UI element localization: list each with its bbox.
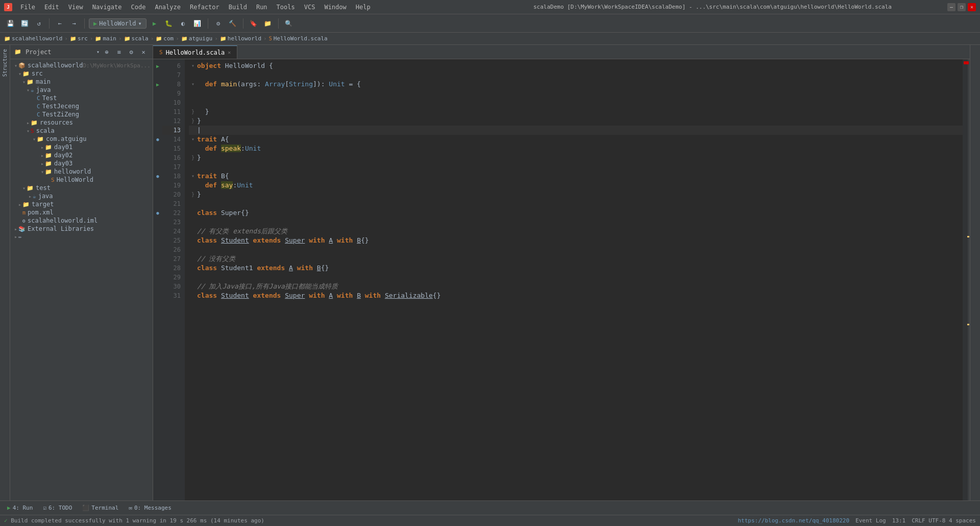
code-content[interactable]: ▾ object HelloWorld { ▾ def main(args: A… (185, 59, 963, 500)
menu-tools[interactable]: Tools (273, 3, 299, 12)
tree-item-day03[interactable]: ▸ 📁 day03 (10, 159, 153, 168)
tree-item-test-java[interactable]: ▸ ☕ java (10, 192, 153, 200)
tree-item-scala[interactable]: ▾ S scala (10, 127, 153, 135)
tab-close-button[interactable]: ✕ (228, 50, 231, 55)
menu-help[interactable]: Help (352, 3, 375, 12)
menu-edit[interactable]: Edit (40, 3, 63, 12)
run-tab[interactable]: ▶ 4: Run (4, 504, 36, 512)
tree-item-iml[interactable]: ⚙ scalahelloworld.iml (10, 217, 153, 225)
back-button[interactable]: ← (54, 17, 66, 30)
toolbar: 💾 🔄 ↺ ← → ▶ HelloWorld ▾ ▶ 🐛 ◐ 📊 ⚙ 🔨 🔖 📁… (0, 14, 980, 33)
expand-arrow-icon: ▸ (29, 194, 32, 199)
toolbar-separator-3 (208, 18, 208, 29)
tree-item-test[interactable]: C Test (10, 94, 153, 102)
breadcrumb-helloworld[interactable]: 📁 helloworld (220, 35, 261, 42)
fold-icon[interactable]: } (189, 190, 197, 199)
error-indicator (964, 61, 969, 64)
tree-item-external-libs[interactable]: ▸ 📚 External Libraries (10, 225, 153, 233)
breadcrumb-root[interactable]: 📁 scalahelloworld (4, 35, 62, 42)
tree-item-target[interactable]: ▸ 📁 target (10, 200, 153, 208)
bookmark-button[interactable]: 🔖 (248, 17, 260, 30)
maximize-button[interactable]: ❐ (958, 3, 966, 11)
close-panel-button[interactable]: ✕ (138, 47, 149, 57)
tree-item-java[interactable]: ▾ ☕ java (10, 86, 153, 94)
settings-button[interactable]: ⚙ (126, 47, 136, 57)
menu-run[interactable]: Run (252, 3, 272, 12)
menu-navigate[interactable]: Navigate (88, 3, 126, 12)
run-button[interactable]: ▶ (149, 17, 161, 30)
implement-gutter-18[interactable]: ● (153, 172, 162, 181)
run-gutter-8[interactable]: ▶ (153, 80, 162, 89)
menu-window[interactable]: Window (320, 3, 350, 12)
fold-icon[interactable]: } (189, 107, 197, 116)
fold-icon[interactable]: ▾ (189, 61, 197, 70)
menu-code[interactable]: Code (127, 3, 150, 12)
coverage-button[interactable]: ◐ (177, 17, 189, 30)
tree-item-src[interactable]: ▾ 📁 src (10, 69, 153, 78)
fold-icon[interactable]: ▾ (189, 80, 197, 89)
breadcrumb-com[interactable]: 📁 com (156, 35, 174, 42)
find-in-path-button[interactable]: 📁 (262, 17, 274, 30)
right-scrollbar[interactable] (963, 59, 970, 500)
tree-item-root[interactable]: ▾ 📦 scalahelloworld D:\MyWork\WorkSpa... (10, 61, 153, 69)
menu-view[interactable]: View (64, 3, 87, 12)
tree-item-resources[interactable]: ▸ 📁 resources (10, 118, 153, 127)
breadcrumb-atguigu[interactable]: 📁 atguigu (181, 35, 212, 42)
tree-item-day02[interactable]: ▸ 📁 day02 (10, 151, 153, 159)
tree-item-test-folder[interactable]: ▾ 📁 test (10, 184, 153, 192)
tree-item-main[interactable]: ▾ 📁 main (10, 78, 153, 86)
tree-item-scratches[interactable]: ▸ ✏ (10, 233, 153, 241)
tree-label: TestZiZeng (42, 111, 79, 118)
expand-arrow-icon: ▸ (27, 120, 30, 126)
folder-icon: 📁 (45, 169, 52, 175)
tree-item-helloworld-scala[interactable]: S HelloWorld (10, 176, 153, 184)
close-button[interactable]: ✕ (968, 3, 976, 11)
breadcrumb-main[interactable]: 📁 main (95, 35, 116, 42)
menu-vcs[interactable]: VCS (300, 3, 320, 12)
fold-icon[interactable]: ▾ (189, 172, 197, 181)
collapse-all-button[interactable]: ≡ (114, 47, 124, 57)
profile-button[interactable]: 📊 (191, 17, 204, 30)
code-line-23 (189, 218, 963, 227)
menu-refactor[interactable]: Refactor (186, 3, 224, 12)
menu-build[interactable]: Build (225, 3, 251, 12)
fold-icon[interactable]: } (189, 153, 197, 162)
menu-analyze[interactable]: Analyze (151, 3, 185, 12)
tree-item-testzizeng[interactable]: C TestZiZeng (10, 110, 153, 118)
messages-tab[interactable]: ✉ 0: Messages (126, 504, 174, 512)
tree-item-day01[interactable]: ▸ 📁 day01 (10, 143, 153, 151)
event-log-button[interactable]: Event Log (855, 517, 886, 524)
todo-tab[interactable]: ☑ 6: TODO (40, 504, 75, 512)
tree-item-helloworld[interactable]: ▾ 📁 helloworld (10, 168, 153, 176)
forward-button[interactable]: → (68, 17, 80, 30)
menu-file[interactable]: File (16, 3, 39, 12)
new-file-button[interactable]: ⊕ (102, 47, 112, 57)
sync-button[interactable]: 🔄 (18, 17, 31, 30)
breadcrumb-scala[interactable]: 📁 scala (124, 35, 149, 42)
terminal-tab[interactable]: ⬛ Terminal (79, 504, 121, 512)
minimize-button[interactable]: — (947, 3, 955, 11)
build-button[interactable]: ⚙ (212, 17, 225, 30)
refresh-button[interactable]: ↺ (33, 17, 45, 30)
tree-item-comatguigu[interactable]: ▾ 📁 com.atguigu (10, 135, 153, 143)
tree-item-pomxml[interactable]: m pom.xml (10, 208, 153, 217)
status-url[interactable]: https://blog.csdn.net/qq_40180220 (738, 517, 850, 524)
java-folder-icon: ☕ (33, 193, 36, 200)
implement-gutter-14[interactable]: ● (153, 135, 162, 144)
breadcrumb-src[interactable]: 📁 src (70, 35, 88, 42)
tree-item-testjeceng[interactable]: C TestJeceng (10, 102, 153, 110)
structure-tool-button[interactable]: Structure (1, 47, 9, 79)
debug-button[interactable]: 🐛 (163, 17, 175, 30)
encoding-info[interactable]: CRLF UTF-8 4 spaces (912, 517, 976, 524)
save-button[interactable]: 💾 (4, 17, 16, 30)
editor-tab-helloworld[interactable]: S HelloWorld.scala ✕ (153, 45, 237, 59)
run-config-dropdown[interactable]: ▶ HelloWorld ▾ (89, 18, 146, 29)
run-gutter-6[interactable]: ▶ (153, 61, 162, 70)
search-everywhere-button[interactable]: 🔍 (283, 17, 295, 30)
implement-gutter-22[interactable]: ● (153, 208, 162, 218)
tree-label: scalahelloworld (28, 62, 83, 69)
breadcrumb-file[interactable]: S HelloWorld.scala (269, 35, 328, 42)
build-project-button[interactable]: 🔨 (227, 17, 239, 30)
fold-icon[interactable]: ▾ (189, 135, 197, 144)
fold-icon[interactable]: } (189, 116, 197, 126)
